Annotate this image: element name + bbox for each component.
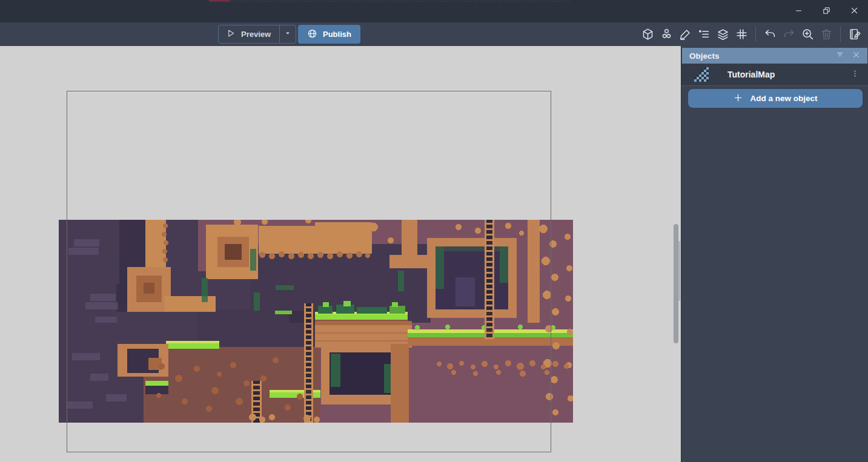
close-icon [852, 50, 861, 61]
layers-icon [717, 28, 729, 41]
publish-button[interactable]: Publish [298, 25, 360, 44]
preview-button-group: Preview [218, 25, 296, 44]
tilemap-thumbnail-icon [694, 67, 709, 82]
zoom-in-button[interactable] [798, 25, 817, 44]
objects-icon [641, 28, 654, 41]
add-object-button[interactable]: Add a new object [688, 89, 863, 108]
delete-button [817, 25, 835, 44]
dots-vertical-icon [850, 69, 860, 80]
grid-button[interactable] [732, 25, 750, 44]
delete-icon [820, 28, 833, 41]
object-name: TutorialMap [727, 70, 775, 79]
toolbar: Preview Publish [0, 22, 868, 46]
object-groups-icon [660, 28, 673, 41]
toolbar-separator [840, 27, 841, 42]
plus-icon [733, 93, 743, 105]
preview-dropdown-button[interactable] [279, 25, 296, 43]
redo-button [780, 25, 798, 44]
undo-button[interactable] [761, 25, 779, 44]
edit-button[interactable] [676, 25, 694, 44]
edit-scene-events-button[interactable] [846, 25, 864, 44]
objects-panel-header: Objects [682, 48, 867, 64]
restore-icon [822, 6, 831, 17]
preview-label: Preview [241, 30, 271, 39]
object-menu-button[interactable] [847, 67, 862, 82]
zoom-in-icon [801, 28, 814, 41]
title-bar [0, 0, 868, 22]
instances-list-button[interactable] [695, 25, 713, 44]
tilemap-instance[interactable] [59, 220, 573, 423]
scroll-indicator [678, 241, 680, 301]
edit-icon [679, 28, 692, 41]
objects-button[interactable] [638, 25, 657, 44]
restore-button[interactable] [816, 2, 837, 21]
toolbar-separator [755, 27, 756, 42]
close-window-icon [850, 6, 859, 17]
tab-dots-decoration [231, 1, 569, 2]
window-controls [788, 0, 864, 22]
object-groups-button[interactable] [657, 25, 675, 44]
minimize-icon [794, 6, 803, 17]
redo-icon [783, 28, 795, 41]
objects-panel: Objects TutorialMap Add a new object [681, 46, 868, 462]
close-button[interactable] [844, 2, 864, 21]
edit-scene-events-icon [849, 28, 861, 41]
toolbar-icons [638, 25, 864, 44]
play-icon [226, 28, 236, 40]
globe-icon [307, 28, 317, 41]
caret-down-icon [284, 30, 291, 39]
add-object-label: Add a new object [750, 94, 817, 103]
vertical-scrollbar[interactable] [674, 224, 678, 343]
preview-button[interactable]: Preview [219, 25, 279, 43]
objects-panel-title: Objects [689, 51, 832, 61]
filter-button[interactable] [832, 48, 848, 63]
undo-icon [764, 28, 777, 41]
tab-accent [209, 0, 230, 2]
object-list-item-tutorialmap[interactable]: TutorialMap [681, 64, 868, 86]
minimize-button[interactable] [788, 2, 809, 21]
close-panel-button[interactable] [848, 48, 864, 63]
publish-label: Publish [323, 30, 351, 39]
filter-icon [836, 50, 845, 61]
grid-icon [735, 28, 748, 41]
layers-button[interactable] [714, 25, 732, 44]
scene-editor-canvas[interactable] [0, 46, 681, 462]
instances-list-icon [698, 28, 711, 41]
